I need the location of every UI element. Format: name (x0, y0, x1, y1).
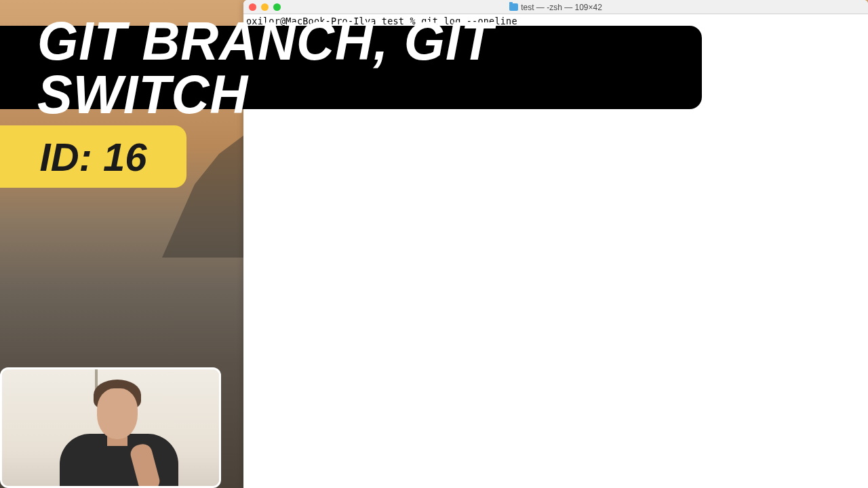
title-banner: GIT BRANCH, GIT SWITCH (0, 26, 702, 109)
id-badge: ID: 16 (0, 125, 186, 188)
folder-icon (509, 3, 518, 11)
webcam-feed (0, 367, 221, 488)
title-banner-text: GIT BRANCH, GIT SWITCH (37, 14, 688, 121)
traffic-lights (249, 3, 281, 11)
maximize-button[interactable] (273, 3, 281, 11)
close-button[interactable] (249, 3, 256, 11)
id-badge-text: ID: 16 (40, 134, 147, 180)
window-title-text: test — -zsh — 109×42 (521, 3, 602, 12)
person-head (97, 388, 138, 439)
desktop-screen: test — -zsh — 109×42 oxilor@MacBook-Pro-… (0, 0, 868, 488)
minimize-button[interactable] (261, 3, 269, 11)
